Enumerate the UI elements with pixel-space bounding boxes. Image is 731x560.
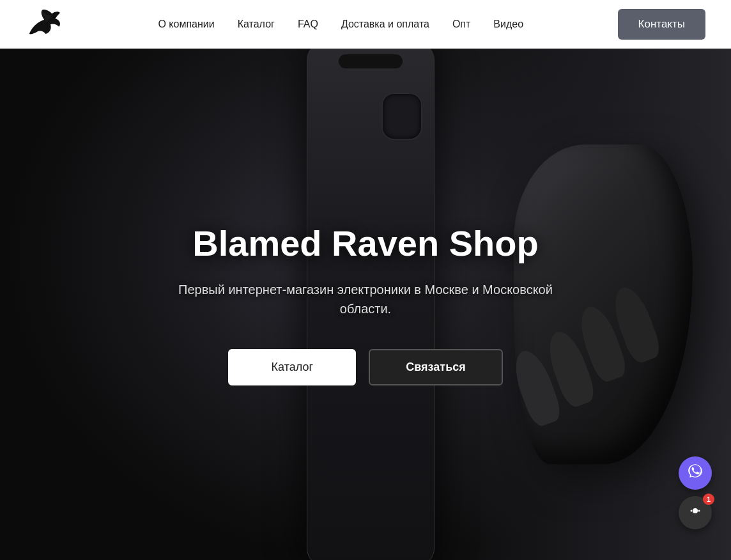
nav-links: О компании Каталог FAQ Доставка и оплата… (158, 19, 523, 30)
catalog-button[interactable]: Каталог (228, 349, 356, 385)
nav-item-about[interactable]: О компании (158, 19, 214, 30)
nav-item-faq[interactable]: FAQ (298, 19, 318, 30)
hero-content: Blamed Raven Shop Первый интернет-магази… (148, 223, 583, 385)
nav-item-wholesale[interactable]: Опт (452, 19, 470, 30)
viber-svg-icon (687, 463, 704, 479)
navbar: О компании Каталог FAQ Доставка и оплата… (0, 0, 731, 49)
logo-icon (26, 5, 64, 43)
svg-point-1 (691, 510, 693, 512)
nav-link-catalog[interactable]: Каталог (238, 19, 275, 29)
hero-title: Blamed Raven Shop (161, 223, 570, 264)
nav-link-about[interactable]: О компании (158, 19, 214, 29)
viber-float-button[interactable] (679, 456, 712, 490)
nav-link-delivery[interactable]: Доставка и оплата (341, 19, 429, 29)
nav-link-faq[interactable]: FAQ (298, 19, 318, 29)
chat-svg-icon (688, 503, 703, 518)
chat-badge: 1 (703, 494, 714, 505)
chat-float-button[interactable]: 1 (679, 496, 712, 529)
nav-item-delivery[interactable]: Доставка и оплата (341, 19, 429, 30)
nav-link-video[interactable]: Видео (493, 19, 523, 29)
hero-buttons: Каталог Связаться (161, 349, 570, 385)
nav-link-wholesale[interactable]: Опт (452, 19, 470, 29)
contacts-button[interactable]: Контакты (618, 9, 705, 40)
svg-point-2 (698, 510, 700, 512)
nav-item-catalog[interactable]: Каталог (238, 19, 275, 30)
hero-subtitle: Первый интернет-магазин электроники в Мо… (161, 280, 570, 318)
nav-item-video[interactable]: Видео (493, 19, 523, 30)
svg-point-0 (693, 508, 698, 513)
chat-icon (688, 503, 703, 522)
hero-section: Blamed Raven Shop Первый интернет-магази… (0, 49, 731, 560)
viber-icon (687, 463, 704, 483)
logo[interactable] (26, 5, 64, 43)
contact-button[interactable]: Связаться (369, 349, 502, 385)
